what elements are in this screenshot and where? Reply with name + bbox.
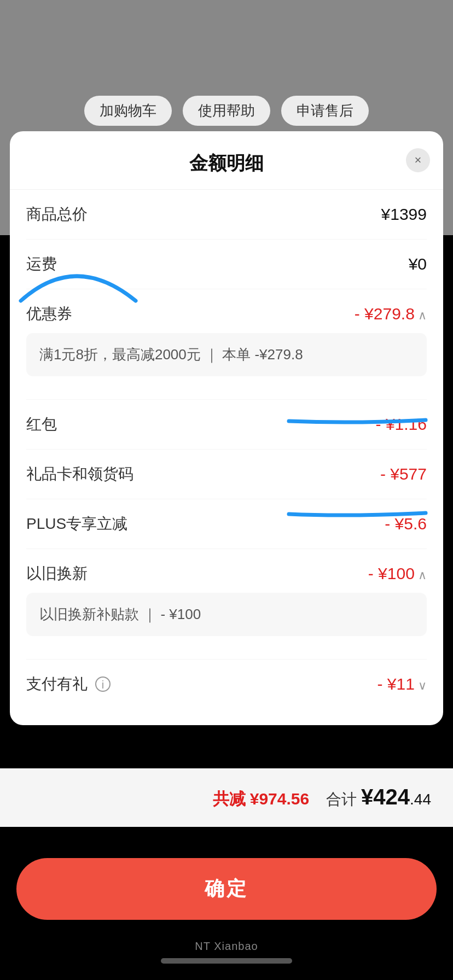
row-label-shipping: 运费	[26, 254, 57, 275]
modal-title: 金额明细	[189, 153, 264, 173]
row-label-gift-card: 礼品卡和领货码	[26, 464, 133, 485]
table-row: 以旧换新 - ¥100 以旧换新补贴款 ｜ - ¥100	[26, 549, 427, 660]
row-value-hongbao: - ¥1.16	[376, 415, 427, 434]
row-label-plus: PLUS专享立减	[26, 514, 127, 534]
row-value-plus: - ¥5.6	[385, 515, 427, 533]
row-label-coupon: 优惠券	[26, 304, 72, 324]
total-label: 合计	[326, 791, 357, 808]
modal-header: 金额明细 ×	[10, 131, 443, 190]
table-row: 优惠券 - ¥279.8 满1元8折，最高减2000元 ｜ 本单 -¥279.8	[26, 289, 427, 400]
after-sales-button[interactable]: 申请售后	[281, 96, 369, 126]
row-value-goods-total: ¥1399	[381, 205, 427, 224]
confirm-button[interactable]: 确定	[16, 858, 437, 920]
row-label-goods-total: 商品总价	[26, 204, 88, 225]
row-value-trade-in[interactable]: - ¥100	[368, 564, 427, 583]
row-value-shipping: ¥0	[409, 255, 427, 273]
row-value-coupon[interactable]: - ¥279.8	[355, 305, 427, 323]
help-button[interactable]: 使用帮助	[183, 96, 270, 126]
top-action-buttons: 加购物车 使用帮助 申请售后	[0, 96, 453, 126]
info-icon[interactable]: i	[95, 676, 111, 692]
add-to-cart-button[interactable]: 加购物车	[84, 96, 172, 126]
footer-label: NT Xianbao	[195, 940, 258, 953]
total-small: .44	[410, 791, 431, 808]
trade-in-sub-detail: 以旧换新补贴款 ｜ - ¥100	[26, 593, 427, 636]
discount-value: ¥974.56	[250, 790, 309, 808]
price-list: 商品总价 ¥1399 运费 ¥0 优惠券 - ¥279.8 满1元8折，最高减2…	[10, 190, 443, 709]
table-row: PLUS专享立减 - ¥5.6	[26, 499, 427, 549]
row-value-gift-card: - ¥577	[380, 465, 427, 483]
table-row: 运费 ¥0	[26, 240, 427, 289]
row-label-payment-gift: 支付有礼 i	[26, 674, 111, 695]
row-label-trade-in: 以旧换新	[26, 563, 88, 584]
table-row: 商品总价 ¥1399	[26, 190, 427, 240]
summary-text: 共减 ¥974.56 合计 ¥424.44	[213, 791, 431, 808]
price-detail-modal: 金额明细 × 商品总价 ¥1399 运费 ¥0 优惠券 - ¥279.8 满1元…	[10, 131, 443, 725]
discount-label: 共减	[213, 790, 246, 808]
total-large: ¥424	[361, 785, 410, 809]
row-label-hongbao: 红包	[26, 414, 57, 435]
home-indicator	[161, 958, 292, 964]
confirm-button-area: 确定	[16, 858, 437, 920]
table-row: 红包 - ¥1.16	[26, 400, 427, 450]
coupon-sub-detail: 满1元8折，最高减2000元 ｜ 本单 -¥279.8	[26, 333, 427, 376]
table-row: 礼品卡和领货码 - ¥577	[26, 450, 427, 499]
close-button[interactable]: ×	[406, 148, 430, 172]
bottom-summary: 共减 ¥974.56 合计 ¥424.44	[0, 768, 453, 827]
table-row: 支付有礼 i - ¥11	[26, 660, 427, 709]
row-value-payment-gift[interactable]: - ¥11	[377, 675, 427, 693]
